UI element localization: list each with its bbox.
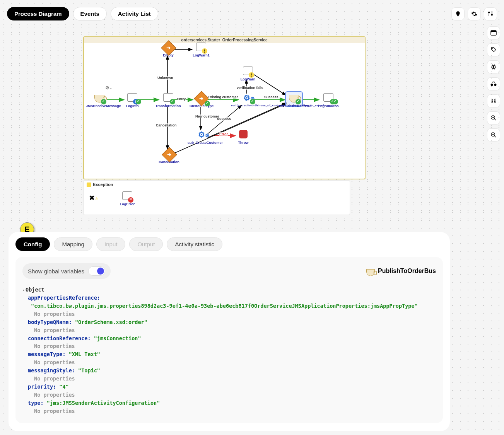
edge-error: Error	[219, 132, 228, 136]
tab-process-diagram[interactable]: Process Diagram	[7, 7, 69, 20]
properties-tabs: Config Mapping Input Output Activity sta…	[15, 237, 443, 251]
tab-events[interactable]: Events	[73, 7, 107, 20]
gear-icon[interactable]: ⚙₊	[105, 85, 112, 90]
tab-input[interactable]: Input	[96, 237, 125, 251]
node-loginfo[interactable]: i LogInfo	[123, 93, 142, 108]
node-logerror[interactable]: LogError	[118, 191, 137, 206]
edge-success1: Success	[264, 95, 278, 99]
node-logwarn[interactable]: ! LogWarn	[239, 67, 257, 81]
edge-entry: Entry	[177, 97, 186, 101]
tab-activity-list[interactable]: Activity List	[111, 7, 158, 20]
node-jmsreceive[interactable]: JMSReceiveMessage	[86, 93, 113, 108]
diagram-canvas[interactable]: orderservices.Starter_OrderProcessingSer…	[0, 21, 504, 222]
toggle-switch[interactable]	[88, 266, 105, 276]
node-empty[interactable]: ➜ Empty	[161, 43, 176, 57]
process-title: orderservices.Starter_OrderProcessingSer…	[84, 37, 365, 43]
config-tree[interactable]: ▾ObjectappPropertiesReference:"com.tibco…	[22, 286, 436, 415]
edge-cancel: Cancellation	[156, 123, 177, 127]
advanced-settings-icon[interactable]	[484, 7, 497, 20]
node-throw[interactable]: Throw	[236, 130, 251, 145]
global-vars-label: Show global variables	[28, 268, 84, 275]
tab-mapping[interactable]: Mapping	[54, 237, 92, 251]
svg-point-1	[491, 14, 493, 16]
global-vars-toggle[interactable]: Show global variables	[22, 263, 111, 279]
process-container: orderservices.Starter_OrderProcessingSer…	[83, 36, 366, 179]
teacup-icon	[366, 269, 375, 276]
node-logsuccess[interactable]: LogSuccess	[317, 93, 340, 108]
edge-unknown: Unknown	[157, 76, 173, 80]
tab-output[interactable]: Output	[129, 237, 163, 251]
edge-existing: Existing customer	[208, 95, 238, 99]
svg-line-26	[174, 104, 286, 153]
tab-activity-statistic[interactable]: Activity statistic	[167, 237, 222, 251]
exception-title: Exception	[87, 182, 347, 187]
settings-icon[interactable]	[468, 7, 481, 20]
marker-icon[interactable]	[451, 7, 465, 20]
node-publish[interactable]: PublishToOrderBus	[279, 93, 309, 108]
edge-newcust: New customer	[195, 114, 219, 118]
properties-panel: Config Mapping Input Output Activity sta…	[9, 232, 450, 431]
exception-start-icon[interactable]: ✖⚠	[89, 194, 99, 202]
node-subcreate[interactable]: ⚙⚙ sub_CreateCustomer	[188, 130, 219, 145]
svg-line-22	[252, 73, 286, 95]
activity-name-header: PublishToOrderBus	[366, 268, 436, 275]
edge-verfails: verification fails	[237, 86, 263, 90]
tab-config[interactable]: Config	[15, 237, 50, 251]
edge-success2: Success	[217, 117, 231, 121]
node-logwarn1[interactable]: ! LogWarn1	[191, 43, 211, 57]
svg-point-0	[488, 12, 490, 14]
exception-container: Exception ✖⚠ LogError	[83, 180, 350, 215]
config-panel-body: Show global variables PublishToOrderBus …	[15, 257, 443, 423]
node-cancellation[interactable]: ➜ Cancellation	[157, 149, 181, 164]
